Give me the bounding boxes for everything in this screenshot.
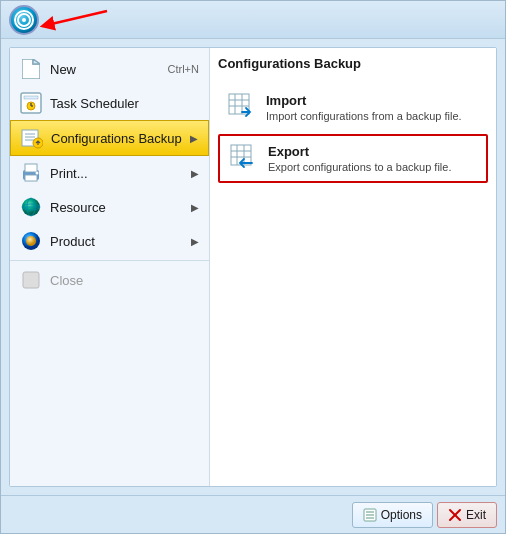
export-desc: Export configurations to a backup file. (268, 161, 451, 173)
menu-item-task-scheduler[interactable]: Task Scheduler (10, 86, 209, 120)
menu-item-configurations-backup[interactable]: Configurations Backup ▶ (10, 120, 209, 156)
red-arrow (29, 3, 109, 37)
import-desc: Import configurations from a backup file… (266, 110, 462, 122)
options-label: Options (381, 508, 422, 522)
resource-arrow: ▶ (191, 202, 199, 213)
bottom-bar: Options Exit (1, 495, 505, 533)
export-text-group: Export Export configurations to a backup… (268, 144, 451, 173)
menu-item-backup-label: Configurations Backup (51, 131, 182, 146)
menu-item-product-label: Product (50, 234, 183, 249)
menu-item-print-label: Print... (50, 166, 183, 181)
task-scheduler-icon (20, 92, 42, 114)
options-button[interactable]: Options (352, 502, 433, 528)
menu-item-new-shortcut: Ctrl+N (168, 63, 199, 75)
import-title: Import (266, 93, 462, 108)
new-icon (20, 58, 42, 80)
svg-rect-17 (25, 175, 37, 181)
print-icon (20, 162, 42, 184)
exit-button[interactable]: Exit (437, 502, 497, 528)
menu-item-close-label: Close (50, 273, 199, 288)
svg-point-24 (26, 236, 36, 246)
options-icon (363, 508, 377, 522)
import-icon (228, 93, 254, 119)
menu-item-print[interactable]: Print... ▶ (10, 156, 209, 190)
product-icon (20, 230, 42, 252)
submenu-item-export[interactable]: Export Export configurations to a backup… (218, 134, 488, 183)
menu-item-new[interactable]: New Ctrl+N (10, 52, 209, 86)
svg-line-2 (47, 11, 107, 25)
menu-container: New Ctrl+N Task Scheduler (9, 47, 497, 487)
svg-point-1 (22, 18, 26, 22)
menu-item-resource[interactable]: Resource ▶ (10, 190, 209, 224)
menu-item-product[interactable]: Product ▶ (10, 224, 209, 258)
export-icon (230, 144, 256, 170)
exit-label: Exit (466, 508, 486, 522)
configurations-backup-arrow: ▶ (190, 133, 198, 144)
menu-item-resource-label: Resource (50, 200, 183, 215)
menu-item-close[interactable]: Close (10, 263, 209, 297)
svg-rect-25 (23, 272, 39, 288)
title-bar (1, 1, 505, 39)
menu-divider (10, 260, 209, 261)
svg-marker-4 (33, 59, 40, 64)
menu-item-new-label: New (50, 62, 160, 77)
main-window: New Ctrl+N Task Scheduler (0, 0, 506, 534)
svg-rect-6 (24, 96, 38, 99)
exit-icon (448, 508, 462, 522)
submenu-item-import[interactable]: Import Import configurations from a back… (218, 85, 488, 130)
menu-item-task-label: Task Scheduler (50, 96, 199, 111)
configurations-backup-icon (21, 127, 43, 149)
svg-rect-26 (229, 94, 249, 114)
resource-icon (20, 196, 42, 218)
export-title: Export (268, 144, 451, 159)
product-arrow: ▶ (191, 236, 199, 247)
right-submenu: Configurations Backup Import Import conf… (210, 48, 496, 486)
svg-point-18 (36, 172, 39, 175)
svg-rect-16 (25, 164, 37, 172)
submenu-title: Configurations Backup (218, 56, 488, 75)
print-arrow: ▶ (191, 168, 199, 179)
import-text-group: Import Import configurations from a back… (266, 93, 462, 122)
close-icon (20, 269, 42, 291)
content-area: New Ctrl+N Task Scheduler (1, 39, 505, 495)
left-menu: New Ctrl+N Task Scheduler (10, 48, 210, 486)
